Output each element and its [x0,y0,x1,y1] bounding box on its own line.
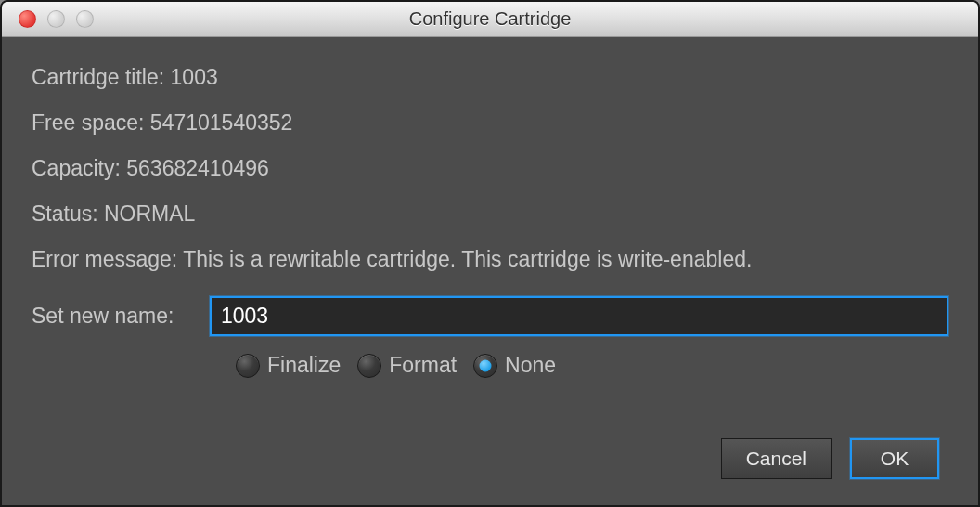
free-space-row: Free space: 547101540352 [32,110,948,136]
radio-format[interactable] [357,354,381,378]
titlebar: Configure Cartridge [2,2,978,37]
radio-item-finalize[interactable]: Finalize [236,353,341,378]
free-space-label: Free space: [32,110,150,135]
minimize-icon[interactable] [47,10,65,28]
dialog-buttons: Cancel OK [32,438,948,487]
capacity-value: 563682410496 [126,156,269,180]
close-icon[interactable] [19,10,36,28]
cartridge-title-value: 1003 [171,65,218,89]
new-name-row: Set new name: [32,296,948,336]
capacity-label: Capacity: [32,156,126,180]
status-label: Status: [32,202,104,226]
radio-item-none[interactable]: None [473,353,556,378]
free-space-value: 547101540352 [150,110,293,135]
radio-none-label: None [505,353,556,378]
traffic-lights [2,10,94,28]
error-message-row: Error message: This is a rewritable cart… [32,247,948,272]
cartridge-title-row: Cartridge title: 1003 [32,65,948,90]
status-value: NORMAL [104,202,195,226]
cartridge-title-label: Cartridge title: [32,65,171,89]
new-name-input[interactable] [210,296,948,336]
action-radio-group: Finalize Format None [236,353,948,378]
radio-none[interactable] [473,354,497,378]
new-name-label: Set new name: [32,304,210,329]
radio-format-label: Format [389,353,457,378]
dialog-content: Cartridge title: 1003 Free space: 547101… [2,37,978,505]
ok-button[interactable]: OK [850,438,939,479]
status-row: Status: NORMAL [32,202,948,227]
radio-finalize[interactable] [236,354,260,378]
error-message-value: This is a rewritable cartridge. This car… [183,247,752,271]
window-title: Configure Cartridge [2,8,978,30]
radio-finalize-label: Finalize [267,353,341,378]
maximize-icon[interactable] [76,10,94,28]
cancel-button[interactable]: Cancel [721,438,832,479]
dialog-window: Configure Cartridge Cartridge title: 100… [0,0,980,507]
error-message-label: Error message: [32,247,183,271]
radio-item-format[interactable]: Format [357,353,457,378]
capacity-row: Capacity: 563682410496 [32,156,948,181]
